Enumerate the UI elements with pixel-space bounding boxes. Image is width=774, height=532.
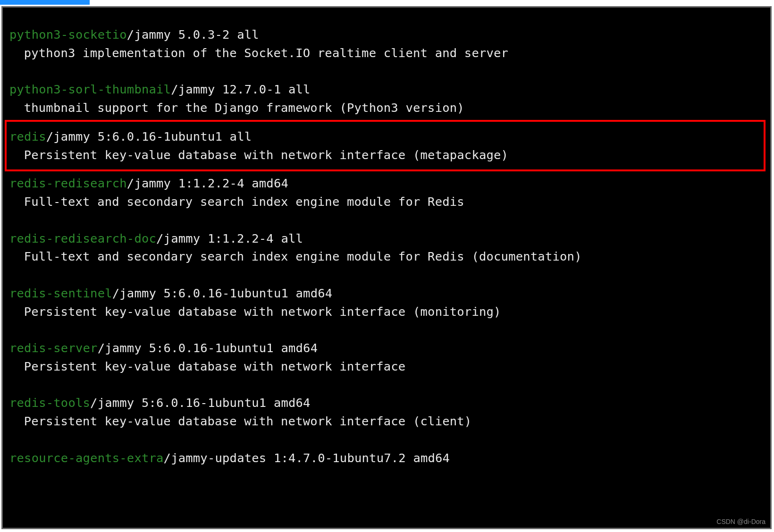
package-header-line: redis/jammy 5:6.0.16-1ubuntu1 all (9, 127, 761, 146)
package-description: Full-text and secondary search index eng… (9, 247, 764, 266)
package-name: resource-agents-extra (9, 451, 164, 465)
loading-progress-bar (0, 0, 90, 5)
blank-line (9, 321, 764, 339)
package-description: Persistent key-value database with netwo… (9, 303, 764, 321)
package-entry: redis-tools/jammy 5:6.0.16-1ubuntu1 amd6… (9, 394, 764, 431)
package-name: redis-tools (9, 396, 90, 410)
package-header-line: redis-tools/jammy 5:6.0.16-1ubuntu1 amd6… (9, 394, 764, 412)
package-header-line: python3-socketio/jammy 5.0.3-2 all (9, 25, 764, 44)
blank-line (9, 266, 764, 284)
package-description: Persistent key-value database with netwo… (9, 412, 764, 431)
blank-line (9, 431, 764, 449)
terminal-output[interactable]: python3-socketio/jammy 5.0.3-2 allpython… (3, 8, 770, 528)
package-entry: redis-sentinel/jammy 5:6.0.16-1ubuntu1 a… (9, 284, 764, 321)
package-name: redis (9, 129, 46, 144)
terminal-window: python3-socketio/jammy 5.0.3-2 allpython… (1, 6, 772, 529)
package-header-line: python3-sorl-thumbnail/jammy 12.7.0-1 al… (9, 80, 764, 99)
package-description: Full-text and secondary search index eng… (9, 193, 764, 211)
package-header-line: resource-agents-extra/jammy-updates 1:4.… (9, 449, 764, 467)
watermark-text: CSDN @di-Dora (716, 518, 766, 525)
package-version-suffix: /jammy 5:6.0.16-1ubuntu1 all (46, 129, 252, 144)
package-name: redis-redisearch-doc (9, 231, 156, 245)
package-version-suffix: /jammy 1:1.2.2-4 amd64 (127, 176, 288, 190)
package-header-line: redis-redisearch-doc/jammy 1:1.2.2-4 all (9, 229, 764, 248)
package-entry: resource-agents-extra/jammy-updates 1:4.… (9, 449, 764, 467)
blank-line (9, 211, 764, 229)
package-name: redis-sentinel (9, 286, 112, 300)
package-name: redis-redisearch (9, 176, 127, 190)
blank-line (9, 62, 764, 81)
package-version-suffix: /jammy 5:6.0.16-1ubuntu1 amd64 (90, 396, 311, 410)
package-entry: redis-redisearch-doc/jammy 1:1.2.2-4 all… (9, 229, 764, 266)
package-header-line: redis-sentinel/jammy 5:6.0.16-1ubuntu1 a… (9, 284, 764, 303)
package-description: Persistent key-value database with netwo… (9, 357, 764, 376)
blank-line (9, 376, 764, 394)
package-version-suffix: /jammy 5:6.0.16-1ubuntu1 amd64 (112, 286, 333, 300)
package-description: Persistent key-value database with netwo… (9, 146, 761, 164)
package-header-line: redis-redisearch/jammy 1:1.2.2-4 amd64 (9, 174, 764, 193)
package-version-suffix: /jammy 1:1.2.2-4 all (156, 231, 303, 245)
package-entry: python3-socketio/jammy 5.0.3-2 allpython… (9, 25, 764, 62)
package-entry: redis-redisearch/jammy 1:1.2.2-4 amd64Fu… (9, 174, 764, 211)
package-name: python3-socketio (9, 27, 127, 42)
package-name: redis-server (9, 341, 98, 355)
package-version-suffix: /jammy 5:6.0.16-1ubuntu1 amd64 (98, 341, 318, 355)
package-name: python3-sorl-thumbnail (9, 82, 171, 96)
package-version-suffix: /jammy-updates 1:4.7.0-1ubuntu7.2 amd64 (164, 451, 450, 465)
package-description: thumbnail support for the Django framewo… (9, 99, 764, 117)
package-version-suffix: /jammy 12.7.0-1 all (171, 82, 311, 96)
package-entry: redis/jammy 5:6.0.16-1ubuntu1 allPersist… (5, 120, 766, 172)
package-entry: redis-server/jammy 5:6.0.16-1ubuntu1 amd… (9, 339, 764, 376)
package-header-line: redis-server/jammy 5:6.0.16-1ubuntu1 amd… (9, 339, 764, 357)
package-description: python3 implementation of the Socket.IO … (9, 44, 764, 62)
package-entry: python3-sorl-thumbnail/jammy 12.7.0-1 al… (9, 80, 764, 117)
package-version-suffix: /jammy 5.0.3-2 all (127, 27, 259, 42)
